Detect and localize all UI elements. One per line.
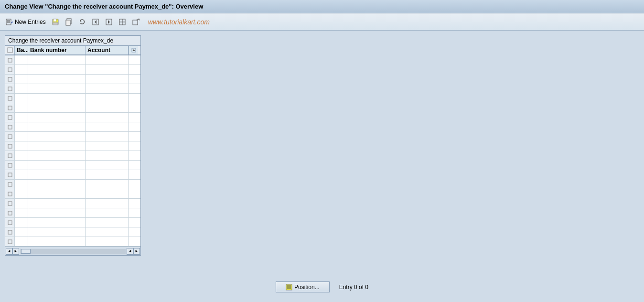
row-checkbox[interactable]	[5, 84, 15, 93]
table-row[interactable]	[5, 227, 140, 237]
svg-rect-41	[8, 230, 12, 234]
table-row[interactable]	[5, 94, 140, 103]
row-cell-bank	[28, 170, 86, 179]
horizontal-scrollbar[interactable]: ◄ ► ◄ ►	[5, 247, 140, 255]
table-row[interactable]	[5, 141, 140, 151]
table-row[interactable]	[5, 65, 140, 75]
scroll-right-arrow[interactable]: ►	[12, 248, 19, 255]
table-row[interactable]	[5, 84, 140, 94]
row-checkbox[interactable]	[5, 189, 15, 198]
row-checkbox[interactable]	[5, 208, 15, 217]
undo-button[interactable]	[76, 17, 88, 27]
row-cell-ba	[15, 84, 28, 93]
row-cell-bank	[28, 113, 86, 122]
next-button[interactable]	[103, 17, 115, 27]
select-all-checkbox[interactable]	[5, 46, 15, 54]
row-checkbox[interactable]	[5, 65, 15, 74]
row-cell-ba	[15, 75, 28, 84]
scroll-up-button[interactable]	[129, 46, 138, 54]
row-cell-bank	[28, 132, 86, 141]
row-cell-account	[86, 141, 129, 151]
row-checkbox[interactable]	[5, 199, 15, 208]
scroll-left-arrow-2[interactable]: ◄	[127, 248, 133, 255]
table-row[interactable]	[5, 103, 140, 113]
icon-btn-5[interactable]	[117, 17, 128, 27]
row-checkbox[interactable]	[5, 237, 15, 246]
row-cell-bank	[28, 227, 86, 237]
table-body	[5, 55, 140, 247]
row-cell-account	[86, 75, 129, 84]
row-cell-bank	[28, 161, 86, 170]
row-cell-account	[86, 132, 129, 141]
entry-info: Entry 0 of 0	[339, 284, 368, 291]
new-entries-button[interactable]: New Entries	[4, 17, 48, 27]
table-row[interactable]	[5, 189, 140, 199]
svg-marker-13	[108, 20, 110, 24]
save-button[interactable]	[50, 17, 61, 27]
row-checkbox[interactable]	[5, 218, 15, 227]
row-cell-ba	[15, 180, 28, 189]
table-row[interactable]	[5, 170, 140, 180]
save-icon	[52, 18, 59, 26]
svg-rect-29	[8, 116, 12, 119]
table-row[interactable]	[5, 132, 140, 141]
table-row[interactable]	[5, 180, 140, 189]
row-checkbox[interactable]	[5, 94, 15, 103]
row-cell-account	[86, 237, 129, 246]
table-row[interactable]	[5, 122, 140, 132]
row-checkbox[interactable]	[5, 141, 15, 151]
svg-rect-31	[8, 135, 12, 139]
table-row[interactable]	[5, 113, 140, 122]
row-cell-account	[86, 199, 129, 208]
copy-button[interactable]	[63, 17, 75, 27]
row-cell-ba	[15, 103, 28, 112]
svg-rect-26	[8, 87, 12, 91]
hscroll-track[interactable]	[20, 249, 126, 254]
column-headers: Ba... Bank number Account	[5, 46, 140, 55]
scroll-left-arrow[interactable]: ◄	[6, 248, 12, 255]
row-cell-account	[86, 180, 129, 189]
table-row[interactable]	[5, 75, 140, 84]
row-checkbox[interactable]	[5, 103, 15, 112]
row-checkbox[interactable]	[5, 170, 15, 179]
table-row[interactable]	[5, 199, 140, 208]
row-cell-bank	[28, 208, 86, 217]
prev-button[interactable]	[90, 17, 101, 27]
svg-rect-30	[8, 125, 12, 129]
row-cell-ba	[15, 122, 28, 131]
position-button[interactable]: Position...	[276, 281, 330, 292]
undo-icon	[78, 18, 86, 26]
row-checkbox[interactable]	[5, 132, 15, 141]
row-checkbox[interactable]	[5, 55, 15, 65]
table-row[interactable]	[5, 237, 140, 247]
row-cell-account	[86, 122, 129, 131]
position-label: Position...	[294, 284, 320, 291]
row-cell-ba	[15, 65, 28, 74]
row-cell-bank	[28, 55, 86, 65]
icon-btn-6[interactable]	[130, 17, 141, 27]
row-checkbox[interactable]	[5, 227, 15, 237]
table-row[interactable]	[5, 55, 140, 65]
row-cell-bank	[28, 218, 86, 227]
row-checkbox[interactable]	[5, 151, 15, 160]
svg-rect-34	[8, 163, 12, 167]
svg-rect-40	[8, 221, 12, 225]
row-cell-ba	[15, 189, 28, 198]
scroll-right-arrow-2[interactable]: ►	[133, 248, 140, 255]
row-checkbox[interactable]	[5, 161, 15, 170]
hscroll-thumb[interactable]	[21, 249, 31, 254]
row-cell-account	[86, 208, 129, 217]
row-cell-ba	[15, 113, 28, 122]
row-checkbox[interactable]	[5, 75, 15, 84]
row-checkbox[interactable]	[5, 122, 15, 131]
svg-rect-33	[8, 154, 12, 158]
table-row[interactable]	[5, 161, 140, 170]
prev-icon	[92, 18, 99, 26]
table-row[interactable]	[5, 208, 140, 218]
row-cell-account	[86, 151, 129, 160]
row-checkbox[interactable]	[5, 180, 15, 189]
row-checkbox[interactable]	[5, 113, 15, 122]
table-row[interactable]	[5, 218, 140, 227]
table-row[interactable]	[5, 151, 140, 161]
row-cell-account	[86, 113, 129, 122]
